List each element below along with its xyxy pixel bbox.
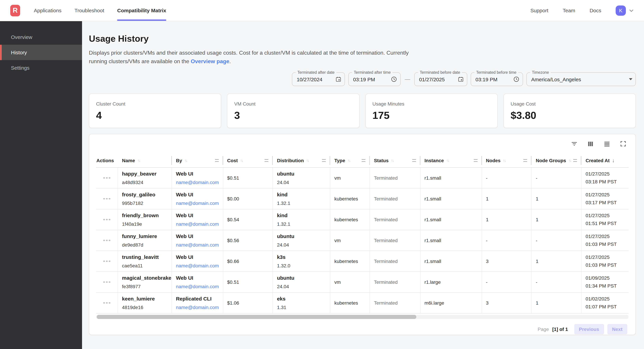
- avatar[interactable]: K: [616, 5, 626, 15]
- nav-item-team[interactable]: Team: [563, 0, 575, 21]
- distribution-name: k3s: [277, 254, 330, 260]
- page-indicator: [1] of 1: [552, 327, 568, 332]
- sidebar-item-settings[interactable]: Settings: [0, 60, 82, 75]
- column-menu-icon[interactable]: [412, 159, 416, 162]
- cluster-id: 4819de16: [122, 305, 172, 310]
- cell-created_at: 01/09/202501:34 PM PST: [582, 272, 628, 292]
- nav-item-docs[interactable]: Docs: [590, 0, 601, 21]
- dot-icon: [109, 240, 110, 241]
- horizontal-scrollbar[interactable]: [96, 315, 628, 319]
- created-time: 01:03 PM PST: [586, 241, 628, 248]
- column-menu-icon[interactable]: [265, 159, 268, 162]
- email-link[interactable]: name@domain.com: [176, 180, 223, 185]
- stat-card-vm-count: VM Count 3: [227, 94, 360, 128]
- cell-node_groups: -: [532, 230, 582, 251]
- row-actions-button[interactable]: [101, 259, 112, 264]
- row-actions-button[interactable]: [101, 217, 112, 223]
- column-header-distribution[interactable]: Distribution↑↓: [273, 153, 330, 167]
- sidebar-item-overview[interactable]: Overview: [0, 29, 82, 45]
- calendar-icon[interactable]: [335, 76, 342, 82]
- terminated-before-time-field[interactable]: Terminated before time: [471, 72, 523, 86]
- email-link[interactable]: name@domain.com: [176, 305, 223, 310]
- row-actions-button[interactable]: [101, 300, 112, 306]
- column-label: By: [176, 158, 182, 163]
- sort-icon: ↑↓: [446, 158, 449, 162]
- column-menu-icon[interactable]: [524, 159, 527, 162]
- usage-table-card: ActionsName↑↓By↑↓Cost↑↓Distribution↑↓Typ…: [89, 134, 636, 335]
- stat-value: 4: [96, 110, 214, 121]
- column-header-node_groups[interactable]: Node Groups↑↓: [532, 153, 582, 167]
- previous-page-button[interactable]: Previous: [574, 324, 604, 334]
- cell-instance: m6i.large: [420, 293, 482, 313]
- filter-icon[interactable]: [571, 140, 578, 147]
- column-header-created_at[interactable]: Created At↓: [582, 153, 628, 167]
- column-menu-icon[interactable]: [474, 159, 477, 162]
- column-menu-icon[interactable]: [362, 159, 366, 162]
- email-link[interactable]: name@domain.com: [176, 263, 223, 268]
- column-header-by[interactable]: By↑↓: [172, 153, 223, 167]
- density-icon[interactable]: [603, 140, 610, 147]
- column-menu-icon[interactable]: [215, 159, 218, 162]
- chevron-down-icon[interactable]: [628, 7, 634, 13]
- dot-icon: [103, 177, 105, 179]
- column-menu-icon[interactable]: [573, 159, 577, 162]
- stat-label: Usage Minutes: [372, 101, 490, 106]
- cell-type: vm: [330, 230, 370, 251]
- column-header-nodes[interactable]: Nodes↑↓: [482, 153, 532, 167]
- dropdown-caret-icon[interactable]: [629, 78, 632, 80]
- sort-icon: ↑↓: [184, 158, 187, 162]
- distribution-name: ubuntu: [277, 233, 330, 239]
- nav-item-compatibility-matrix[interactable]: Compatibility Matrix: [117, 0, 166, 21]
- email-link[interactable]: name@domain.com: [176, 284, 223, 289]
- terminated-after-date-field[interactable]: Terminated after date: [292, 72, 345, 86]
- email-link[interactable]: name@domain.com: [176, 200, 223, 206]
- columns-icon[interactable]: [587, 140, 594, 147]
- clock-icon[interactable]: [513, 76, 520, 82]
- scrollbar-thumb[interactable]: [97, 315, 416, 319]
- email-link[interactable]: name@domain.com: [176, 242, 223, 248]
- cluster-id: 1f40a19e: [122, 221, 172, 227]
- column-header-type[interactable]: Type↑↓: [330, 153, 370, 167]
- row-actions-button[interactable]: [101, 175, 112, 181]
- row-actions-button[interactable]: [101, 196, 112, 202]
- terminated-after-time-field[interactable]: Terminated after time: [348, 72, 400, 86]
- row-actions-button[interactable]: [101, 238, 112, 243]
- cluster-name: magical_stonebraker: [122, 275, 172, 281]
- node-groups-value: -: [536, 175, 581, 181]
- timezone-select[interactable]: Timezone: [526, 72, 636, 86]
- column-header-name[interactable]: Name↑↓: [118, 153, 172, 167]
- sidebar-item-history[interactable]: History: [0, 45, 82, 60]
- column-header-instance[interactable]: Instance↑↓: [420, 153, 482, 167]
- overview-page-link[interactable]: Overview page: [191, 58, 229, 64]
- cell-nodes: 1: [482, 189, 532, 209]
- timezone-input[interactable]: [527, 73, 636, 86]
- created-time: 03:17 PM PST: [586, 199, 628, 206]
- cell-status: Terminated: [370, 251, 420, 272]
- next-page-button[interactable]: Next: [607, 324, 627, 334]
- cluster-name: funny_lumiere: [122, 233, 172, 239]
- column-header-cost[interactable]: Cost↑↓: [223, 153, 273, 167]
- nav-item-applications[interactable]: Applications: [34, 0, 62, 21]
- sort-desc-icon: ↓: [612, 157, 614, 163]
- sort-icon: ↑↓: [138, 158, 140, 162]
- calendar-icon[interactable]: [458, 76, 464, 82]
- cell-by: Web UIname@domain.com: [172, 189, 223, 209]
- nav-item-troubleshoot[interactable]: Troubleshoot: [74, 0, 104, 21]
- instance-value: r1.small: [424, 175, 482, 181]
- column-header-status[interactable]: Status↑↓: [370, 153, 420, 167]
- terminated-before-date-field[interactable]: Terminated before date: [414, 72, 467, 86]
- replicated-logo[interactable]: R: [10, 4, 20, 16]
- row-actions-button[interactable]: [101, 279, 112, 285]
- column-label: Type: [334, 158, 345, 163]
- column-menu-icon[interactable]: [322, 159, 326, 162]
- cluster-id: fe3f8977: [122, 284, 172, 289]
- dot-icon: [106, 261, 108, 262]
- account-menu[interactable]: K: [616, 5, 634, 15]
- email-link[interactable]: name@domain.com: [176, 221, 223, 227]
- fullscreen-icon[interactable]: [620, 140, 626, 147]
- cell-actions: [96, 209, 118, 230]
- nav-item-support[interactable]: Support: [530, 0, 548, 21]
- cluster-id: a48d9324: [122, 180, 172, 185]
- table-row: funny_lumierede9ed87dWeb UIname@domain.c…: [96, 230, 628, 251]
- clock-icon[interactable]: [391, 76, 397, 82]
